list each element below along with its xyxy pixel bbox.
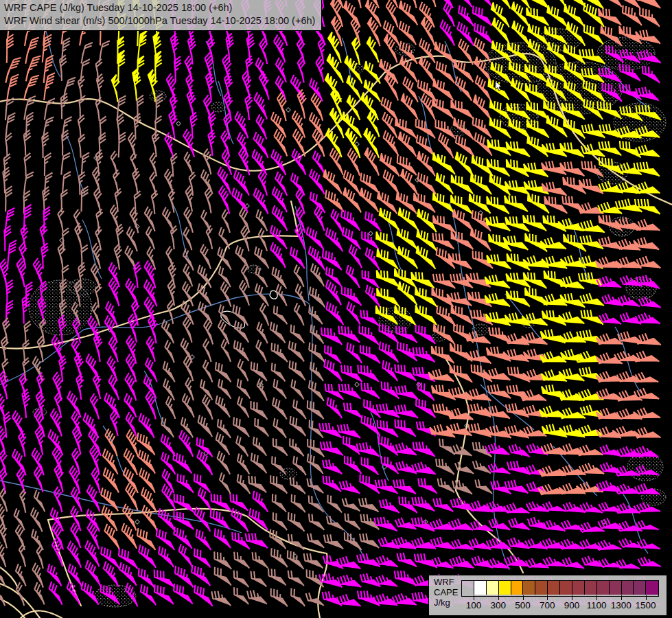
wind-barb (270, 242, 286, 268)
wind-barb (309, 514, 324, 530)
wind-barb (273, 438, 288, 455)
wind-barb (5, 186, 12, 211)
wind-barb (173, 452, 192, 473)
wind-barb (200, 244, 211, 269)
wind-barb (474, 95, 491, 120)
wind-barb (362, 457, 379, 475)
cape-scale-cell (597, 581, 610, 595)
wind-barb (288, 512, 305, 531)
wind-barb (237, 454, 249, 474)
wind-barb (308, 534, 324, 548)
wind-barb (297, 89, 306, 118)
wind-barb (20, 489, 26, 512)
wind-barb (253, 491, 268, 512)
wind-barb (357, 442, 380, 457)
wind-barb (352, 38, 360, 65)
wind-barb (343, 498, 360, 511)
wind-barb (101, 547, 119, 569)
wind-barb (217, 451, 230, 474)
wind-barb (215, 529, 231, 549)
wind-barb (272, 456, 286, 474)
wind-barb (184, 152, 192, 174)
wind-barb (211, 510, 230, 529)
wind-barb (54, 487, 62, 512)
wind-barb (623, 5, 642, 25)
cape-scale-tick (646, 595, 647, 600)
wind-barb (473, 461, 491, 474)
wind-barb (123, 504, 137, 531)
wind-barb (634, 427, 661, 437)
wind-barb (438, 478, 454, 492)
wind-barb (174, 511, 194, 529)
wind-barb (257, 378, 267, 400)
wind-barb (159, 546, 174, 567)
wind-barb (351, 0, 361, 8)
wind-barb (219, 227, 229, 249)
wind-barb (417, 246, 436, 269)
wind-barb (290, 360, 305, 380)
wind-barb (276, 76, 286, 101)
wind-barb (488, 463, 510, 474)
wind-barb (395, 571, 417, 586)
wind-barb (0, 523, 7, 548)
wind-barb (124, 448, 138, 475)
map-title-box: WRF CAPE (J/kg) Tuesday 14-10-2025 18:00… (0, 0, 322, 31)
wind-barb (398, 246, 417, 268)
wind-barb (360, 173, 379, 194)
wind-barb (326, 228, 343, 252)
wind-barb (222, 150, 231, 175)
wind-barb (234, 571, 249, 587)
wind-barb (274, 379, 287, 399)
cape-scale-tick (498, 595, 499, 600)
wind-barb (218, 247, 231, 270)
wind-barb (256, 340, 266, 362)
wind-barb (179, 544, 192, 566)
wind-barb (620, 84, 642, 100)
wind-barb (323, 250, 342, 271)
wind-barb (337, 594, 361, 606)
wind-barb (247, 590, 267, 604)
wind-barb (31, 507, 43, 531)
wind-barb (357, 553, 380, 567)
wind-barb (309, 306, 323, 324)
wind-barb (90, 393, 99, 419)
wind-barb (24, 153, 30, 176)
wind-barb (456, 135, 474, 157)
wind-barb (108, 375, 119, 400)
wind-barb (272, 363, 286, 381)
wind-barb (130, 152, 137, 175)
wind-barb (342, 286, 362, 306)
wind-barb (235, 245, 248, 268)
wind-barb (292, 494, 305, 512)
city-marker (286, 108, 291, 113)
wind-barb (139, 568, 154, 588)
cape-scale-cell (499, 581, 511, 595)
wind-barb (214, 551, 231, 569)
wind-barb (437, 61, 454, 83)
wind-barb (435, 42, 454, 64)
wind-barb (219, 266, 231, 287)
wind-barb (218, 419, 231, 438)
wind-barb (636, 520, 659, 530)
legend-unit-label: J/kg (434, 597, 458, 608)
wind-barb (327, 54, 343, 82)
wind-barb (338, 424, 360, 438)
wind-barb (126, 279, 138, 306)
wind-barb (291, 379, 303, 399)
wind-barb (169, 189, 175, 212)
wind-barb (544, 520, 566, 531)
wind-barb (32, 529, 43, 551)
wind-barb (239, 148, 250, 176)
wind-barb (119, 133, 126, 158)
wind-barb (194, 549, 211, 568)
cape-scale-tick-label: 500 (515, 600, 531, 610)
cape-scale-cell (560, 581, 572, 595)
wind-barb (294, 303, 304, 325)
wind-barb (154, 584, 174, 604)
cape-scale-tick (547, 595, 548, 600)
wind-barb (360, 514, 379, 530)
wind-barb (636, 312, 660, 323)
wind-barb (380, 153, 399, 176)
wind-barb (397, 228, 417, 250)
city-marker (135, 520, 140, 525)
